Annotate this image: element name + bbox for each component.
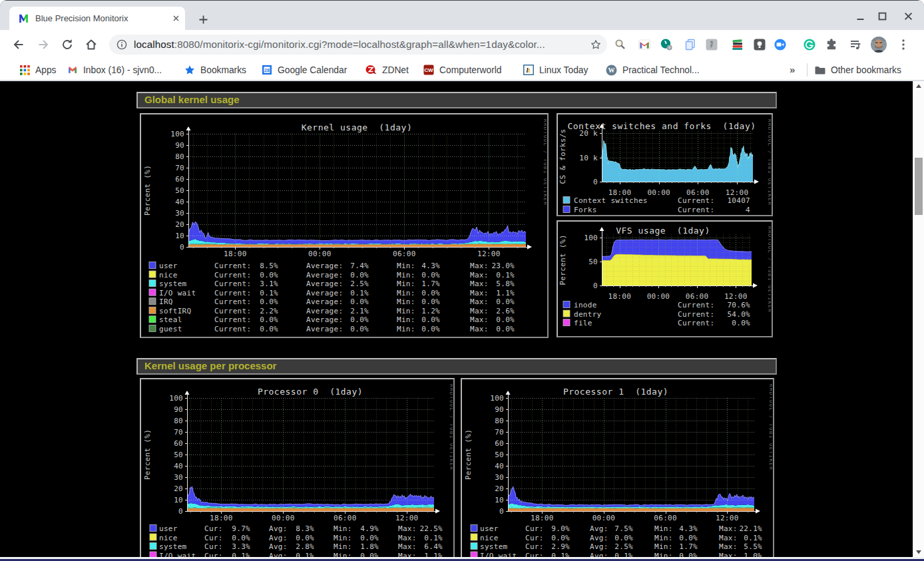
extension-zoom-icon[interactable] [774, 38, 787, 51]
graph-processor-1[interactable]: 010203040506070809010018:0000:0006:0012:… [461, 378, 774, 557]
svg-text:Max:: Max: [470, 280, 489, 288]
svg-text:Min:: Min: [397, 271, 415, 280]
svg-text:1.8%: 1.8% [360, 542, 379, 551]
svg-text:nice: nice [159, 534, 178, 542]
bookmark-bookmarks[interactable]: Bookmarks [184, 59, 246, 81]
profile-avatar[interactable] [871, 37, 887, 53]
svg-text:9.0%: 9.0% [551, 524, 570, 533]
svg-text:Min:: Min: [334, 542, 352, 551]
new-tab-button[interactable] [198, 14, 209, 25]
site-info-icon[interactable] [116, 39, 127, 50]
bookmarks-separator [807, 63, 808, 77]
svg-text:Cur:: Cur: [525, 552, 544, 558]
svg-text:7.5%: 7.5% [614, 524, 633, 533]
bookmark-computerworld[interactable]: CW Computerworld [423, 59, 502, 81]
svg-text:60: 60 [175, 175, 184, 184]
rrd-graph-vfs-usage: 05010018:0000:0006:0012:00VFS usage (1da… [559, 222, 771, 335]
bookmark-practical-technology[interactable]: W Practical Technol... [606, 59, 700, 81]
page-scrollbar[interactable] [913, 81, 924, 557]
bookmarks-overflow-chevron[interactable]: » [790, 59, 794, 81]
extension-playlist-icon[interactable] [849, 38, 862, 51]
rrd-image-vfs-usage: 05010018:0000:0006:0012:00VFS usage (1da… [559, 222, 771, 335]
extension-figure-icon[interactable] [705, 38, 718, 51]
extension-keep-icon[interactable] [753, 38, 766, 51]
svg-text:Percent (%): Percent (%) [559, 234, 567, 285]
svg-text:Min:: Min: [654, 534, 673, 542]
other-bookmarks[interactable]: Other bookmarks [814, 59, 901, 81]
svg-text:80: 80 [174, 417, 183, 425]
svg-text:40: 40 [174, 462, 183, 470]
graph-processor-0[interactable]: 010203040506070809010018:0000:0006:0012:… [140, 378, 455, 557]
svg-text:CW: CW [424, 67, 433, 73]
window-close-button[interactable] [903, 11, 913, 21]
svg-text:Percent (%): Percent (%) [143, 165, 152, 216]
section-header-global-kernel-usage: Global kernel usage [136, 92, 777, 108]
graph-vfs-usage[interactable]: 05010018:0000:0006:0012:00VFS usage (1da… [557, 220, 773, 337]
svg-text:0.1%: 0.1% [424, 534, 443, 542]
tab-strip: Blue Precision Monitorix [0, 1, 924, 30]
bookmark-linux-today[interactable]: l t Linux Today [523, 59, 588, 81]
graph-context-switches[interactable]: 010 k20 k18:0000:0006:0012:00Context swi… [557, 113, 773, 216]
scrollbar-down-arrow[interactable] [913, 547, 924, 557]
svg-text:nice: nice [480, 534, 499, 542]
extension-search-icon[interactable] [614, 38, 627, 51]
svg-text:5.8%: 5.8% [496, 280, 515, 288]
address-bar[interactable]: localhost:8080/monitorix-cgi/monitorix.c… [109, 35, 607, 55]
bookmark-inbox[interactable]: Inbox (16) - sjvn0... [67, 59, 162, 81]
svg-text:Current:: Current: [678, 310, 714, 319]
scrollbar-thumb[interactable] [915, 158, 923, 215]
svg-text:4: 4 [746, 206, 750, 214]
extension-grammarly-icon[interactable] [803, 38, 816, 51]
svg-text:Percent (%): Percent (%) [143, 429, 152, 480]
svg-text:Cur:: Cur: [204, 552, 223, 558]
extensions-puzzle-icon[interactable] [825, 38, 838, 51]
extension-gmail-icon[interactable] [638, 38, 651, 51]
svg-text:I/O wait: I/O wait [159, 289, 196, 297]
tab-close-icon[interactable] [171, 13, 181, 23]
bookmark-label: Practical Technol... [622, 65, 700, 75]
extension-copy-pages-icon[interactable] [684, 38, 697, 51]
computerworld-icon: CW [423, 65, 434, 75]
extension-books-icon[interactable] [731, 38, 744, 51]
svg-text:system: system [159, 280, 187, 288]
svg-text:Average:: Average: [306, 289, 343, 297]
google-calendar-icon: 28 [262, 65, 272, 75]
graph-kernel-usage[interactable]: 010203040506070809010018:0000:0006:0012:… [140, 113, 549, 338]
svg-text:0.1%: 0.1% [496, 271, 515, 280]
svg-text:90: 90 [174, 405, 183, 414]
browser-tab[interactable]: Blue Precision Monitorix [9, 7, 185, 30]
svg-text:40: 40 [495, 462, 504, 470]
bookmark-google-calendar[interactable]: 28 Google Calendar [262, 59, 347, 81]
scrollbar-up-arrow[interactable] [913, 81, 924, 91]
svg-text:100: 100 [170, 130, 184, 138]
wordpress-icon: W [606, 65, 617, 76]
bookmark-zdnet[interactable]: ZDNet [365, 59, 409, 81]
svg-text:1.7%: 1.7% [421, 280, 440, 288]
home-button[interactable] [85, 38, 98, 51]
browser-menu-icon[interactable] [900, 38, 907, 51]
forward-button[interactable] [37, 38, 50, 51]
bookmark-label: Google Calendar [278, 65, 347, 75]
svg-text:Min:: Min: [397, 289, 415, 297]
svg-text:Max:: Max: [470, 262, 489, 270]
reload-button[interactable] [61, 38, 74, 51]
back-button[interactable] [12, 38, 25, 51]
bookmark-apps[interactable]: Apps [20, 59, 56, 81]
window-minimize-button[interactable] [855, 11, 865, 21]
svg-text:12:00: 12:00 [716, 514, 739, 522]
svg-text:0.0%: 0.0% [260, 325, 278, 333]
svg-text:Current:: Current: [678, 319, 714, 327]
extension-voice-icon[interactable]: ? [660, 38, 673, 51]
svg-text:70: 70 [495, 428, 504, 437]
monitorix-favicon [18, 13, 29, 24]
svg-text:Cur:: Cur: [204, 542, 223, 551]
svg-text:VFS usage (1day): VFS usage (1day) [616, 226, 710, 236]
svg-text:60: 60 [174, 439, 183, 448]
url-text[interactable]: localhost:8080/monitorix-cgi/monitorix.c… [134, 35, 545, 55]
svg-text:12:00: 12:00 [477, 250, 501, 258]
svg-text:28: 28 [264, 67, 270, 73]
svg-text:Current:: Current: [214, 325, 251, 333]
bookmark-star-icon[interactable] [590, 39, 601, 50]
svg-text:2.1%: 2.1% [350, 307, 369, 315]
window-maximize-button[interactable] [877, 11, 887, 21]
